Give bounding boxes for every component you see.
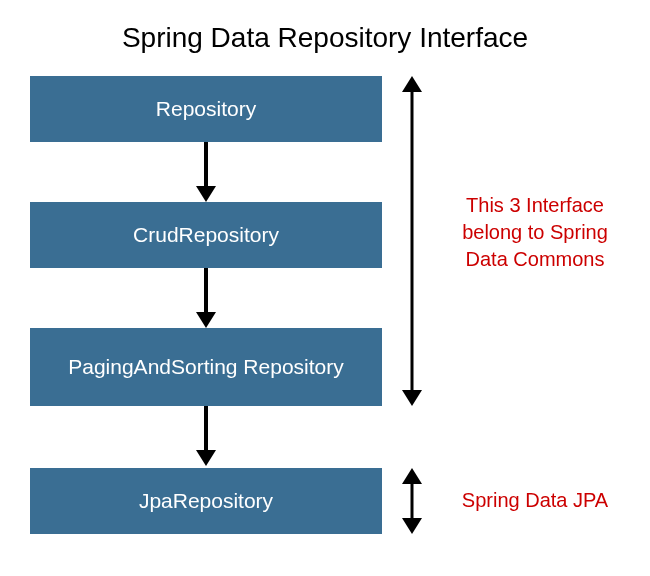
- arrow-line: [204, 268, 208, 314]
- box-pagingandsorting-label: PagingAndSorting Repository: [68, 354, 344, 379]
- diagram-title: Spring Data Repository Interface: [0, 0, 650, 62]
- box-crudrepository: CrudRepository: [30, 202, 382, 268]
- box-repository-label: Repository: [156, 96, 256, 121]
- box-repository: Repository: [30, 76, 382, 142]
- annotation-spring-data-commons: This 3 Interface belong to Spring Data C…: [440, 192, 630, 273]
- diagram-area: Repository CrudRepository PagingAndSorti…: [0, 62, 650, 572]
- arrow-head-down-icon: [196, 450, 216, 466]
- arrow-line: [204, 142, 208, 188]
- box-pagingandsorting: PagingAndSorting Repository: [30, 328, 382, 406]
- arrow-head-down-icon: [402, 518, 422, 534]
- arrow-line: [204, 406, 208, 452]
- arrow-head-down-icon: [402, 390, 422, 406]
- box-crudrepository-label: CrudRepository: [133, 222, 279, 247]
- bracket-line: [411, 482, 414, 520]
- box-jparepository-label: JpaRepository: [139, 488, 273, 513]
- annotation-spring-data-jpa: Spring Data JPA: [440, 487, 630, 514]
- bracket-line: [411, 90, 414, 392]
- arrow-head-down-icon: [196, 312, 216, 328]
- box-jparepository: JpaRepository: [30, 468, 382, 534]
- arrow-head-down-icon: [196, 186, 216, 202]
